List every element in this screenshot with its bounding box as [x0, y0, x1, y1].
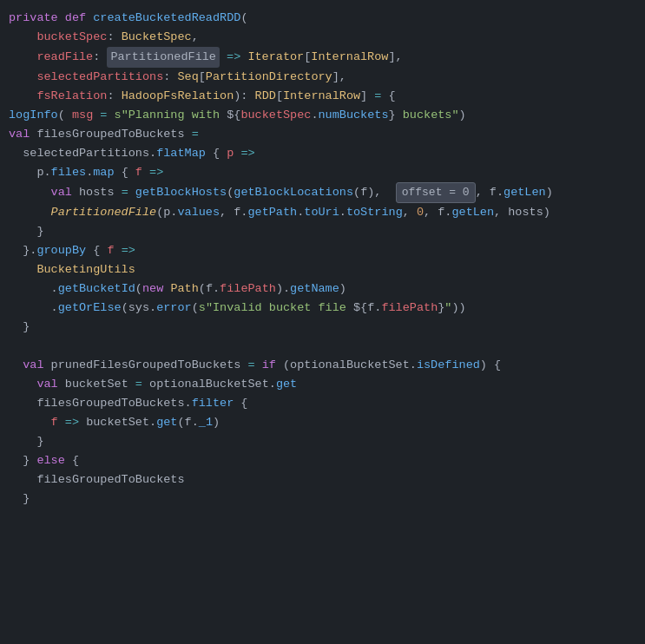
tooltip-offset: offset = 0	[396, 182, 476, 204]
code-line-21: filesGroupedToBuckets. filter {	[0, 394, 645, 413]
code-line-15: . getBucketId ( new Path (f. filePath ).…	[0, 279, 645, 299]
code-line-11: PartitionedFile (p. values , f. getPath …	[0, 203, 645, 222]
code-line-10: val hosts = getBlockHosts ( getBlockLoca…	[0, 182, 645, 204]
code-line-12: }	[0, 222, 645, 241]
code-line-25: filesGroupedToBuckets	[0, 470, 645, 490]
code-line-6: logInfo ( msg = s"Planning with ${ bucke…	[0, 106, 645, 125]
code-editor: private def createBucketedReadRDD ( buck…	[0, 0, 645, 517]
code-line-5: fsRelation : HadoopFsRelation ): RDD [ I…	[0, 87, 645, 106]
code-line-14: BucketingUtils	[0, 260, 645, 279]
code-line-17: }	[0, 318, 645, 337]
code-line-24: } else {	[0, 451, 645, 470]
code-line-4: selectedPartitions : Seq [ PartitionDire…	[0, 68, 645, 87]
code-line-7: val filesGroupedToBuckets =	[0, 125, 645, 144]
code-line-1: private def createBucketedReadRDD (	[0, 9, 645, 28]
code-line-2: bucketSpec : BucketSpec ,	[0, 28, 645, 47]
code-line-19: val prunedFilesGroupedToBuckets = if (op…	[0, 356, 645, 375]
code-line-18	[0, 337, 645, 356]
code-line-26: }	[0, 490, 645, 509]
code-line-3: readFile : PartitionedFile => Iterator […	[0, 47, 645, 68]
code-line-22: f => bucketSet. get (f. _1 )	[0, 413, 645, 432]
code-line-13: }. groupBy { f =>	[0, 241, 645, 260]
code-line-23: }	[0, 432, 645, 451]
code-line-16: . getOrElse (sys. error ( s"Invalid buck…	[0, 299, 645, 318]
code-line-8: selectedPartitions. flatMap { p =>	[0, 144, 645, 163]
code-line-9: p. files . map { f =>	[0, 163, 645, 182]
code-line-20: val bucketSet = optionalBucketSet. get	[0, 375, 645, 394]
